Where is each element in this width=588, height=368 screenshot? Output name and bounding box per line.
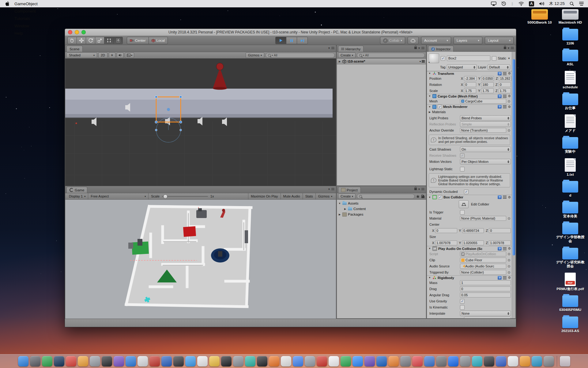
aspect-dropdown[interactable]: Free Aspect▾ xyxy=(88,193,148,199)
game-panel-dropdown-icon[interactable]: ▾ xyxy=(328,187,330,191)
hierarchy-scene-row[interactable]: ▶ t10-scene* ▾ xyxy=(337,59,426,64)
gear-icon[interactable]: ⚙ xyxy=(508,247,511,251)
rigidbody-header[interactable]: ▼ Rigidbody ?⚙ xyxy=(427,275,512,280)
dock-system-preferences-icon[interactable] xyxy=(460,356,470,366)
project-menu-icon[interactable] xyxy=(421,188,424,190)
menu-window[interactable]: Window xyxy=(11,22,41,29)
scene-panel-menu-icon[interactable] xyxy=(331,47,334,49)
desktop-icon[interactable]: 030405PRMU xyxy=(559,295,581,312)
gameobject-name-field[interactable]: Box2 xyxy=(447,56,490,61)
dock-app-10-icon[interactable] xyxy=(126,356,136,366)
lightmap-static-checkbox[interactable] xyxy=(460,167,465,171)
preset-icon[interactable] xyxy=(503,72,507,75)
rotation-y-field[interactable]: 180 xyxy=(481,82,493,87)
layers-dropdown[interactable]: Layers▾ xyxy=(454,37,482,44)
position-x-field[interactable]: -2.384 xyxy=(464,76,477,81)
hierarchy-dropdown-icon[interactable]: ▾ xyxy=(418,46,420,50)
scene-audio-button[interactable] xyxy=(117,52,124,58)
desktop-icon[interactable]: 宮本伶美 xyxy=(562,202,578,218)
scene-search-input[interactable]: ▾ All xyxy=(266,53,335,58)
help-icon[interactable]: ? xyxy=(498,72,502,75)
object-picker-icon[interactable]: ⊙ xyxy=(507,264,511,268)
project-lock-icon[interactable] xyxy=(414,188,417,190)
rotation-z-field[interactable]: 0 xyxy=(499,82,511,87)
gear-icon[interactable]: ⚙ xyxy=(508,105,511,109)
box-collider-enabled-checkbox[interactable]: ✓ xyxy=(438,195,442,199)
game-tab[interactable]: Game xyxy=(66,187,87,193)
object-picker-icon[interactable]: ⊙ xyxy=(507,99,511,103)
game-panel-menu-icon[interactable] xyxy=(331,188,334,190)
desktop-icon[interactable]: 1106 xyxy=(562,29,578,45)
audio-source-field[interactable]: Audio (Audio Sourc xyxy=(460,264,506,269)
display-dropdown[interactable]: Display 1▾ xyxy=(66,193,88,199)
project-create-button[interactable]: Create▾ xyxy=(338,194,356,199)
project-tree-content[interactable]: ▶ Content xyxy=(337,206,426,212)
dock-app-31-icon[interactable] xyxy=(376,356,387,366)
cloud-button[interactable] xyxy=(408,37,419,44)
desktop-icon[interactable]: デザイン学部教授会 xyxy=(555,223,586,243)
dock-app-23-icon[interactable] xyxy=(281,356,291,366)
dock-app-25-icon[interactable] xyxy=(305,356,315,366)
drag-field[interactable]: 0 xyxy=(460,286,511,291)
rotate-tool-button[interactable] xyxy=(86,37,95,44)
dock-app-45-icon[interactable] xyxy=(544,356,554,366)
scrollbar-thumb[interactable] xyxy=(512,59,515,255)
dock-zoom-icon[interactable] xyxy=(352,356,363,366)
mesh-object-field[interactable]: CargoCube xyxy=(460,99,506,104)
scene-gizmos-dropdown[interactable]: Gizmos▾ xyxy=(246,52,264,58)
dock-app-44-icon[interactable] xyxy=(532,356,542,366)
object-picker-icon[interactable]: ⊙ xyxy=(507,252,511,256)
scene-effects-dropdown[interactable]: ▾ xyxy=(125,52,134,58)
preset-icon[interactable] xyxy=(503,95,507,98)
hand-tool-button[interactable] xyxy=(67,37,77,44)
scale-slider[interactable] xyxy=(162,196,208,197)
project-dropdown-icon[interactable]: ▾ xyxy=(418,187,420,191)
scene-viewport[interactable] xyxy=(65,59,336,186)
airplay-display-icon[interactable] xyxy=(491,0,496,7)
step-button[interactable] xyxy=(297,37,308,44)
hierarchy-create-button[interactable]: Create▾ xyxy=(338,52,356,58)
project-tree-packages[interactable]: ▶ Packages xyxy=(337,212,426,217)
gear-icon[interactable]: ⚙ xyxy=(508,195,511,199)
gear-icon[interactable]: ⚙ xyxy=(508,94,511,98)
static-dropdown-icon[interactable]: ▼ xyxy=(508,57,510,60)
is-trigger-checkbox[interactable] xyxy=(460,210,465,215)
dock-app-39-icon[interactable] xyxy=(472,356,482,366)
move-tool-button[interactable] xyxy=(77,37,86,44)
dock-app-32-icon[interactable] xyxy=(388,356,399,366)
search-by-label-icon[interactable] xyxy=(421,194,425,198)
angular-drag-field[interactable]: 0.05 xyxy=(460,293,511,297)
mesh-filter-header[interactable]: ▼ Cargo Cube (Mesh Filter) ?⚙ xyxy=(427,94,512,98)
dock-app-17-icon[interactable] xyxy=(209,356,220,366)
dock-app-07-icon[interactable] xyxy=(90,356,100,366)
dock-app-30-icon[interactable] xyxy=(364,356,375,366)
dock-chrome-icon[interactable] xyxy=(293,356,303,366)
menu-gameobject[interactable]: GameObject xyxy=(11,0,41,7)
use-gravity-checkbox[interactable]: ✓ xyxy=(460,299,465,304)
play-button[interactable] xyxy=(275,37,286,44)
transform-tool-button[interactable] xyxy=(113,37,123,44)
static-checkbox[interactable] xyxy=(492,56,496,61)
dock-app-34-icon[interactable] xyxy=(412,356,423,366)
size-z-field[interactable]: 1.007978 xyxy=(489,240,511,245)
hierarchy-tab[interactable]: Hierarchy xyxy=(338,46,364,52)
dock-app-28-icon[interactable] xyxy=(341,356,351,366)
layout-dropdown[interactable]: Layout▾ xyxy=(485,37,514,44)
search-by-type-icon[interactable] xyxy=(416,194,420,198)
scale-x-field[interactable]: 1.75 xyxy=(464,88,476,93)
volume-icon[interactable] xyxy=(539,0,544,7)
desktop-icon[interactable]: お仕事 xyxy=(562,94,578,110)
dock-app-11-icon[interactable] xyxy=(138,356,148,366)
size-x-field[interactable]: 1.007978 xyxy=(435,240,457,245)
menu-help[interactable]: Help xyxy=(11,29,41,37)
gear-icon[interactable]: ⚙ xyxy=(508,276,511,280)
dock-app-13-icon[interactable] xyxy=(161,356,172,366)
shading-mode-dropdown[interactable]: Shaded▾ xyxy=(66,52,97,58)
stats-button[interactable]: Stats xyxy=(303,193,315,199)
preset-icon[interactable] xyxy=(503,196,507,199)
scene-tab[interactable]: Scene xyxy=(66,46,83,52)
position-y-field[interactable]: 0.0350 xyxy=(481,76,494,81)
dock-app-21-icon[interactable] xyxy=(257,356,267,366)
preset-icon[interactable] xyxy=(503,105,507,108)
box-collider-header[interactable]: ▼ ✓ Box Collider ?⚙ xyxy=(427,195,512,199)
